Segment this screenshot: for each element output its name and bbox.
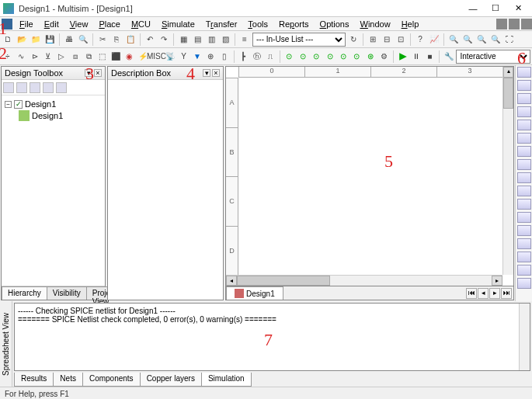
logic-analyzer-icon[interactable]: [517, 172, 531, 183]
oscilloscope-icon[interactable]: [517, 106, 531, 117]
menu-view[interactable]: View: [64, 18, 94, 30]
pause-button[interactable]: ⏸: [410, 50, 422, 63]
undo-icon[interactable]: ↶: [144, 33, 156, 46]
network-analyzer-icon[interactable]: [517, 238, 531, 249]
zoom-fit-icon[interactable]: 🔍: [489, 33, 502, 46]
mdi-restore-icon[interactable]: [509, 19, 520, 29]
zoom-in-icon[interactable]: 🔍: [447, 33, 460, 46]
place-misc-icon[interactable]: ⬚: [96, 50, 108, 63]
toggle2-icon[interactable]: ▤: [191, 33, 203, 46]
bode-plotter-icon[interactable]: [517, 133, 531, 144]
tree-checkbox[interactable]: ✓: [14, 100, 23, 109]
menu-file[interactable]: File: [14, 18, 39, 30]
place-hier-icon[interactable]: ⓗ: [251, 50, 263, 63]
stop-button[interactable]: ■: [424, 50, 436, 63]
save-icon[interactable]: 💾: [43, 33, 56, 46]
menu-transfer[interactable]: Transfer: [200, 18, 243, 30]
interactive-icon[interactable]: 🔧: [443, 50, 454, 63]
dt-up-icon[interactable]: [56, 82, 67, 93]
place-transistor-icon[interactable]: ⊻: [42, 50, 54, 63]
probe6-icon[interactable]: ⊙: [351, 50, 363, 63]
comp1-icon[interactable]: ⊞: [367, 33, 379, 46]
mdi-minimize-icon[interactable]: [496, 19, 507, 29]
probe2-icon[interactable]: ⊙: [297, 50, 308, 63]
menu-options[interactable]: Options: [315, 18, 355, 30]
menu-mcu[interactable]: MCU: [126, 18, 156, 30]
dt-new-icon[interactable]: [3, 82, 14, 93]
refresh-icon[interactable]: ↻: [347, 33, 360, 46]
tab-nav-last-icon[interactable]: ⏭: [501, 288, 512, 299]
place-electro-icon[interactable]: Y: [178, 50, 190, 63]
probe1-icon[interactable]: ⊙: [283, 50, 295, 63]
zoom-area-icon[interactable]: 🔍: [475, 33, 488, 46]
inuse-list-dropdown[interactable]: --- In-Use List ---: [252, 33, 346, 47]
horizontal-scrollbar[interactable]: ◂ ▸: [226, 275, 502, 286]
probe7-icon[interactable]: ⊛: [364, 50, 376, 63]
tree-child-row[interactable]: Design1: [5, 109, 102, 122]
menu-reports[interactable]: Reports: [273, 18, 315, 30]
tab-hierarchy[interactable]: Hierarchy: [2, 286, 47, 300]
frequency-counter-icon[interactable]: [517, 146, 531, 157]
fullscreen-icon[interactable]: ⛶: [503, 33, 516, 46]
close-button[interactable]: ✕: [507, 1, 529, 16]
tab-visibility[interactable]: Visibility: [47, 286, 87, 300]
place-junction-icon[interactable]: ⎍: [264, 50, 276, 63]
comp2-icon[interactable]: ⊟: [381, 33, 393, 46]
list-icon[interactable]: ≡: [238, 33, 251, 46]
tab-copper-layers[interactable]: Copper layers: [140, 373, 202, 387]
tab-nav-first-icon[interactable]: ⏮: [466, 288, 477, 299]
place-bus-icon[interactable]: ┣: [237, 50, 249, 63]
dt-saveall-icon[interactable]: [43, 82, 54, 93]
tree-collapse-icon[interactable]: −: [5, 101, 12, 108]
iv-analyzer-icon[interactable]: [517, 199, 531, 210]
menu-place[interactable]: Place: [93, 18, 126, 30]
system-menu-icon[interactable]: [2, 19, 12, 29]
place-misc2-icon[interactable]: MISC: [150, 50, 162, 63]
sim-mode-dropdown[interactable]: Interactive: [456, 50, 530, 64]
scroll-thumb[interactable]: [237, 276, 330, 286]
toggle3-icon[interactable]: ▥: [205, 33, 217, 46]
place-connector-icon[interactable]: ⊕: [205, 50, 217, 63]
spreadsheet-output[interactable]: ------ Checking SPICE netlist for Design…: [14, 303, 530, 371]
menu-window[interactable]: Window: [354, 18, 395, 30]
place-diode-icon[interactable]: ⊳: [29, 50, 40, 63]
logic-converter-icon[interactable]: [517, 186, 531, 196]
tab-results[interactable]: Results: [14, 373, 54, 387]
panel-dropdown-icon[interactable]: ▾: [85, 69, 92, 77]
place-basic-icon[interactable]: ∿: [15, 50, 26, 63]
comp3-icon[interactable]: ⊡: [395, 33, 407, 46]
tab-nav-next-icon[interactable]: ▸: [489, 288, 500, 299]
distortion-analyzer-icon[interactable]: [517, 212, 531, 223]
mdi-close-icon[interactable]: [521, 19, 532, 29]
run-button[interactable]: [397, 50, 409, 63]
probe4-icon[interactable]: ⊙: [324, 50, 336, 63]
place-ttl-icon[interactable]: ⧈: [69, 50, 81, 63]
wattmeter-icon[interactable]: [517, 93, 531, 104]
dt-save-icon[interactable]: [30, 82, 40, 93]
place-analog-icon[interactable]: ▷: [56, 50, 68, 63]
place-mixed-icon[interactable]: ⬛: [110, 50, 121, 63]
word-generator-icon[interactable]: [517, 159, 531, 170]
tab-nets[interactable]: Nets: [53, 373, 83, 387]
place-cmos-icon[interactable]: ⧉: [82, 50, 94, 63]
minimize-button[interactable]: —: [462, 1, 484, 16]
output-scrollbar[interactable]: [519, 304, 530, 370]
probe3-icon[interactable]: ⊙: [310, 50, 322, 63]
scroll-left-icon[interactable]: ◂: [226, 276, 237, 286]
redo-icon[interactable]: ↷: [158, 33, 170, 46]
spectrum-analyzer-icon[interactable]: [517, 225, 531, 236]
menu-tools[interactable]: Tools: [242, 18, 273, 30]
print-preview-icon[interactable]: 🔍: [77, 33, 89, 46]
panel-close-icon[interactable]: ×: [94, 69, 102, 77]
sheet-tab-design1[interactable]: Design1: [226, 286, 283, 300]
maximize-button[interactable]: ☐: [485, 1, 506, 16]
tree-root-row[interactable]: − ✓ Design1: [5, 99, 102, 109]
grapher-icon[interactable]: 📈: [428, 33, 440, 46]
scroll-up-icon[interactable]: ▴: [503, 67, 513, 78]
schematic-canvas[interactable]: 0 1 2 3 A B C D ▴ ◂ ▸: [225, 66, 514, 286]
probe-settings-icon[interactable]: ⚙: [377, 50, 389, 63]
four-channel-scope-icon[interactable]: [517, 120, 531, 130]
dt-open-icon[interactable]: [16, 82, 27, 93]
scroll-thumb[interactable]: [503, 78, 513, 109]
scroll-right-icon[interactable]: ▸: [492, 276, 502, 286]
